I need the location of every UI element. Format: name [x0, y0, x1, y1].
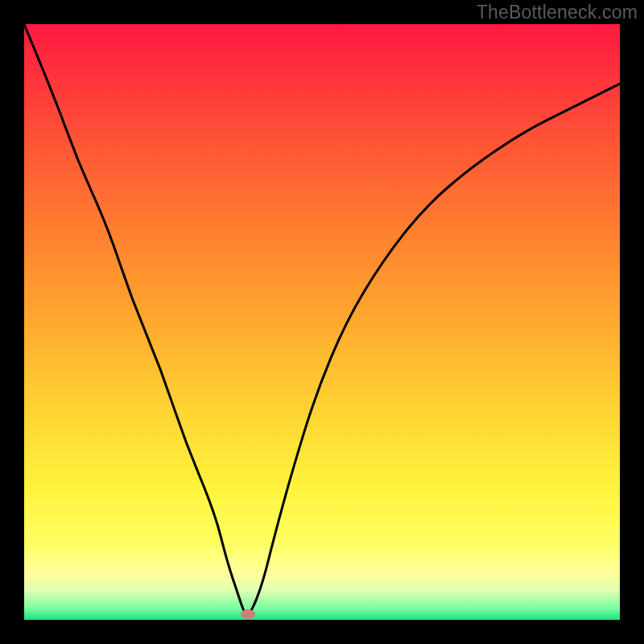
- optimum-marker: [241, 609, 255, 619]
- plot-area: [24, 24, 620, 620]
- chart-frame: TheBottleneck.com: [0, 0, 644, 644]
- watermark-text: TheBottleneck.com: [477, 2, 638, 23]
- bottleneck-curve: [24, 24, 620, 614]
- curve-layer: [24, 24, 620, 620]
